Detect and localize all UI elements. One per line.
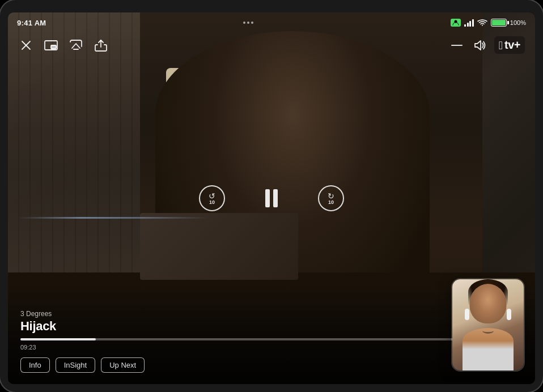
screen: 9:41 AM [8,12,535,384]
up-next-button[interactable]: Up Next [101,357,145,373]
pause-bar-right [273,189,278,207]
status-center-dots [243,22,253,24]
timestamp: 09:23 [20,344,523,351]
show-subtitle: 3 Degrees [20,310,523,318]
status-time: 9:41 AM [17,19,46,27]
wifi-icon [477,19,487,26]
pause-button[interactable] [259,186,284,211]
playback-controls: ↺ 10 ↻ 10 [199,185,344,211]
pip-button[interactable] [43,37,59,53]
progress-fill [20,338,96,340]
battery-bar [491,19,507,27]
forward-button[interactable]: ↻ 10 [318,185,344,211]
close-button[interactable] [18,37,34,53]
person-status-icon [451,19,461,27]
pip-head [470,284,507,323]
forward-arrow-icon: ↻ [328,192,334,200]
signal-icon [464,19,474,27]
pip-smile [482,328,494,334]
forward-seconds-label: 10 [328,200,334,205]
top-left-controls [18,37,109,53]
minus-icon [451,45,463,46]
progress-bar[interactable] [20,338,523,340]
rewind-arrow-icon: ↺ [209,192,215,200]
show-info: 3 Degrees Hijack [20,310,523,334]
dot-1 [243,22,245,24]
action-buttons: Info InSight Up Next [20,357,523,373]
appletv-logo:  tv+ [494,36,525,54]
ipad-frame: 9:41 AM [0,0,543,392]
pip-body [463,328,514,370]
status-bar: 9:41 AM [8,12,535,33]
show-title: Hijack [20,319,523,334]
battery-percent-text: 100% [510,19,526,26]
rewind-button[interactable]: ↺ 10 [199,185,225,211]
pause-bar-left [265,189,270,207]
status-right: 100% [451,19,526,27]
svg-rect-5 [73,49,79,50]
facetime-pip[interactable] [451,278,525,372]
minimize-button[interactable] [449,37,465,53]
battery-fill [492,20,506,25]
pip-airpods-right [507,309,511,320]
airplay-button[interactable] [68,37,84,53]
dot-2 [247,22,249,24]
insight-button[interactable]: InSight [56,357,95,373]
apple-symbol:  [499,40,503,51]
rewind-seconds-label: 10 [209,200,215,205]
top-right-controls:  tv+ [449,36,525,54]
share-button[interactable] [93,37,109,53]
svg-rect-4 [51,45,56,49]
scene-window-light [19,217,209,219]
pip-airpods-left [465,309,469,320]
scene-equipment [140,213,298,280]
volume-button[interactable] [472,37,487,53]
dot-3 [251,22,253,24]
top-controls:  tv+ [8,36,535,54]
info-button[interactable]: Info [20,357,50,373]
battery-icon [491,19,507,27]
tv-plus-text: tv+ [504,39,520,52]
